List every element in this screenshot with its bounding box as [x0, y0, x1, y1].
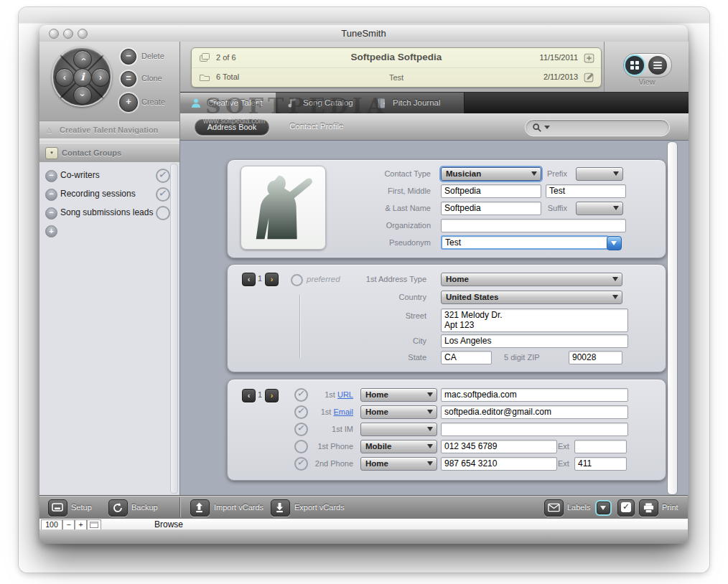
chevron-down-icon [613, 171, 619, 176]
tab-pitch-journal[interactable]: Pitch Journal [365, 93, 465, 114]
email-input[interactable]: softpedia.editor@gmail.com [441, 405, 628, 419]
edit-date-icon[interactable] [583, 71, 595, 83]
address-type-label: 1st Address Type [335, 275, 426, 283]
contact-set-page-number: 1 [258, 390, 262, 399]
address-type-dropdown[interactable]: Home [441, 273, 622, 286]
pseudonym-dropdown-button[interactable] [607, 236, 622, 250]
phone1-ext-input[interactable] [574, 440, 627, 453]
previous-contact-set-button[interactable]: ‹ [242, 389, 256, 402]
email-link[interactable]: Email [333, 408, 353, 416]
phone1-input[interactable]: 012 345 6789 [441, 440, 557, 453]
suffix-dropdown[interactable] [576, 202, 623, 215]
first-record-button[interactable]: ‹ [55, 68, 74, 87]
remove-group-icon[interactable]: − [45, 189, 57, 201]
add-group-button[interactable]: + [45, 225, 57, 237]
grid-view-button[interactable] [625, 56, 644, 75]
street-input[interactable]: 321 Melody Dr. Apt 123 [441, 309, 628, 332]
delete-record-button[interactable]: − [121, 49, 136, 65]
phone2-input[interactable]: 987 654 3210 [441, 457, 557, 471]
status-bar: 100 − + Browse [39, 518, 688, 530]
tab-bar: Creative Talent Song Catalog Pitch Journ… [180, 92, 689, 114]
view-section: View [604, 42, 689, 92]
group-item[interactable]: − Song submissions leads [39, 204, 179, 222]
envelope-icon [548, 502, 560, 513]
add-date-icon[interactable] [583, 52, 595, 64]
phone2-type-dropdown[interactable]: Home [360, 457, 437, 471]
url-link[interactable]: URL [337, 390, 353, 399]
country-dropdown[interactable]: United States [441, 291, 622, 304]
sidebar-nav-header[interactable]: △ Creative Talent Navigation [39, 121, 179, 139]
import-vcards-button[interactable] [190, 499, 210, 517]
remove-group-icon[interactable]: − [45, 207, 57, 220]
group-check-circle[interactable] [156, 206, 170, 220]
app-window: TuneSmith › ‹ › › i − Delete = Clone + C… [39, 25, 688, 544]
first-name-input[interactable]: Softpedia [441, 184, 541, 198]
url-input[interactable]: mac.softpedia.com [441, 388, 628, 402]
suffix-label: Suffix [543, 204, 567, 212]
prefix-dropdown[interactable] [576, 167, 623, 181]
record-navigation-dial: › ‹ › › i [52, 47, 112, 107]
pseudonym-label: Pseudonym [342, 238, 431, 247]
collapse-triangle-icon: △ [47, 121, 52, 138]
subtab-address-book[interactable]: Address Book [195, 119, 269, 136]
list-view-button[interactable] [648, 56, 667, 75]
search-input[interactable] [525, 119, 670, 136]
email-type-dropdown[interactable]: Home [360, 405, 437, 419]
export-vcards-button[interactable] [271, 499, 290, 517]
record-header-card: 2 of 6 Softpedia Softpedia 11/15/2011 6 … [191, 47, 602, 88]
create-record-button[interactable]: + [119, 93, 138, 112]
zoom-out-button[interactable]: − [62, 519, 75, 530]
checklist-button[interactable]: ✓ [617, 499, 635, 517]
content-scrollbar[interactable] [667, 141, 678, 495]
search-options-chevron-icon[interactable] [544, 126, 550, 129]
checkbox-icon: ✓ [621, 502, 631, 512]
preferred-address-radio[interactable] [291, 274, 303, 286]
group-check-circle[interactable]: ✓ [156, 169, 170, 183]
zoom-level-field[interactable]: 100 [41, 519, 62, 530]
sidebar-scrollbar[interactable] [170, 164, 178, 494]
status-toolbar-toggle-button[interactable] [87, 519, 101, 530]
zip-input[interactable]: 90028 [569, 351, 622, 364]
last-record-button[interactable]: › [91, 68, 110, 87]
clone-record-button[interactable]: = [121, 71, 136, 87]
city-input[interactable]: Los Angeles [441, 334, 628, 348]
phone1-type-dropdown[interactable]: Mobile [360, 440, 437, 453]
contact-photo[interactable] [241, 166, 326, 250]
previous-record-up-button[interactable]: › [73, 50, 92, 69]
previous-address-button[interactable]: ‹ [242, 273, 256, 286]
pseudonym-input[interactable]: Test [441, 235, 609, 250]
url-type-dropdown[interactable]: Home [360, 388, 437, 402]
setup-button[interactable] [48, 499, 67, 517]
print-button[interactable] [639, 499, 658, 517]
phone1-label: 1st Phone [289, 442, 353, 451]
sub-tab-bar: Address Book Contact Profile [180, 113, 689, 141]
im-input[interactable] [441, 423, 628, 436]
backup-button[interactable] [108, 499, 128, 517]
group-item[interactable]: − Recording sessions ✓ [39, 185, 179, 204]
contact-groups-dropdown-button[interactable]: ▼ [45, 147, 58, 159]
tab-song-catalog[interactable]: Song Catalog [276, 93, 366, 114]
next-record-down-button[interactable]: › [73, 86, 92, 105]
middle-name-input[interactable]: Test [546, 184, 626, 198]
remove-group-icon[interactable]: − [45, 170, 57, 182]
phone2-ext-input[interactable]: 411 [574, 457, 627, 471]
mode-indicator[interactable]: Browse [154, 519, 183, 529]
group-item[interactable]: − Co-writers ✓ [39, 166, 179, 185]
setup-icon [52, 502, 63, 512]
state-input[interactable]: CA [441, 351, 492, 364]
im-type-dropdown[interactable] [360, 423, 437, 436]
subtab-contact-profile[interactable]: Contact Profile [289, 122, 343, 131]
modified-date: 2/11/2013 [543, 72, 578, 81]
zoom-in-button[interactable]: + [75, 519, 87, 530]
next-address-button[interactable]: › [265, 273, 279, 286]
organization-input[interactable] [441, 219, 626, 232]
labels-button[interactable] [544, 499, 564, 517]
contact-type-dropdown[interactable]: Musician [441, 167, 541, 181]
contact-groups-header[interactable]: ▼ Contact Groups [39, 143, 179, 163]
last-name-input[interactable]: Softpedia [441, 202, 541, 215]
tab-creative-talent[interactable]: Creative Talent [180, 93, 276, 114]
info-button[interactable]: i [73, 68, 92, 87]
next-contact-set-button[interactable]: › [265, 389, 279, 402]
group-check-circle[interactable]: ✓ [156, 187, 170, 202]
labels-dropdown-button[interactable] [597, 501, 610, 514]
